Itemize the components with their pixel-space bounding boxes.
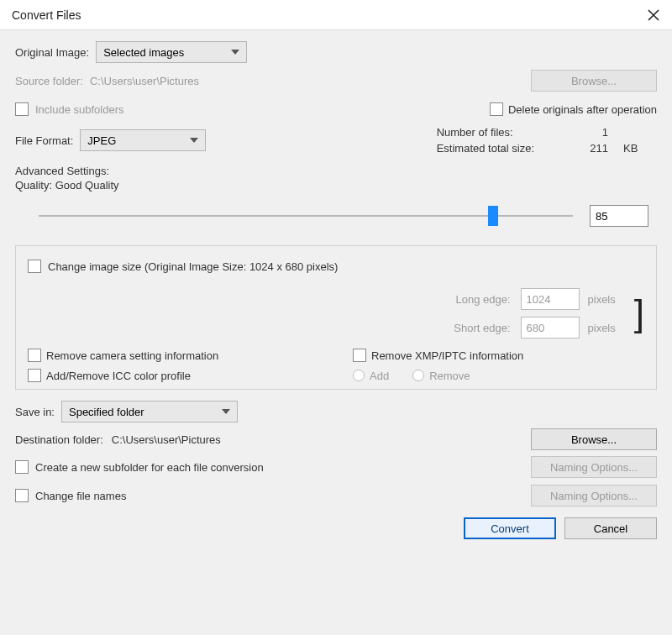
change-filenames-checkbox[interactable] [15,489,29,502]
long-edge-input [521,288,580,310]
quality-label: Quality: Good Quality [15,179,119,192]
dialog-content: Original Image: Selected images Source f… [0,30,672,635]
icc-label: Add/Remove ICC color profile [46,370,191,382]
quality-input[interactable] [590,205,648,227]
icc-add-radio [353,370,365,381]
size-panel: Change image size (Original Image Size: … [15,245,657,390]
save-in-combo[interactable]: Specified folder [61,401,238,422]
short-edge-unit: pixels [588,322,616,334]
original-image-label: Original Image: [15,46,89,59]
convert-files-dialog: Convert Files Original Image: Selected i… [0,0,672,635]
cancel-button[interactable]: Cancel [564,517,657,539]
file-stats: Number of files: 1 Estimated total size:… [437,126,657,155]
include-subfolders-label: Include subfolders [35,103,124,116]
short-edge-label: Short edge: [28,322,512,334]
number-of-files-value: 1 [549,126,608,139]
delete-originals-checkbox[interactable] [490,102,503,116]
dialog-title: Convert Files [12,8,81,22]
slider-thumb[interactable] [488,206,498,226]
include-subfolders-checkbox [15,102,29,116]
titlebar: Convert Files [0,0,672,30]
delete-originals-label: Delete originals after operation [508,103,657,116]
estimated-size-value: 211 [549,142,608,155]
create-subfolder-label: Create a new subfolder for each file con… [35,461,264,474]
icc-checkbox[interactable] [28,369,41,382]
estimated-size-label: Estimated total size: [437,142,534,155]
browse-source-button: Browse... [531,70,657,92]
quality-slider[interactable] [39,206,573,226]
source-folder-path: C:\Users\user\Pictures [90,75,199,87]
save-in-label: Save in: [15,406,55,418]
original-image-combo[interactable]: Selected images [96,41,247,63]
change-filenames-label: Change file names [35,490,126,502]
icc-remove-radio [412,370,424,381]
remove-camera-checkbox[interactable] [28,349,41,362]
source-folder-label: Source folder: [15,75,83,87]
change-size-label: Change image size (Original Image Size: … [48,260,338,273]
bracket-icon: ] [633,302,644,324]
create-subfolder-checkbox[interactable] [15,460,29,474]
long-edge-unit: pixels [588,293,616,306]
advanced-settings-label: Advanced Settings: [15,165,109,177]
naming-options-1-button: Naming Options... [531,456,657,478]
number-of-files-label: Number of files: [437,126,534,139]
file-format-label: File Format: [15,134,73,147]
convert-button[interactable]: Convert [464,517,556,539]
browse-dest-button[interactable]: Browse... [531,428,657,450]
short-edge-input [521,317,580,338]
long-edge-label: Long edge: [28,293,512,306]
icc-remove-label: Remove [429,370,470,382]
remove-camera-label: Remove camera setting information [46,349,218,362]
estimated-size-unit: KB [623,142,657,155]
file-format-combo[interactable]: JPEG [80,129,206,151]
naming-options-2-button: Naming Options... [531,485,657,506]
destination-folder-label: Destination folder: [15,433,103,446]
close-icon[interactable] [642,3,665,27]
change-size-checkbox[interactable] [28,260,41,273]
destination-folder-path: C:\Users\user\Pictures [112,433,221,446]
remove-xmp-label: Remove XMP/IPTC information [371,349,523,362]
remove-xmp-checkbox[interactable] [353,349,366,362]
icc-add-label: Add [370,370,389,382]
